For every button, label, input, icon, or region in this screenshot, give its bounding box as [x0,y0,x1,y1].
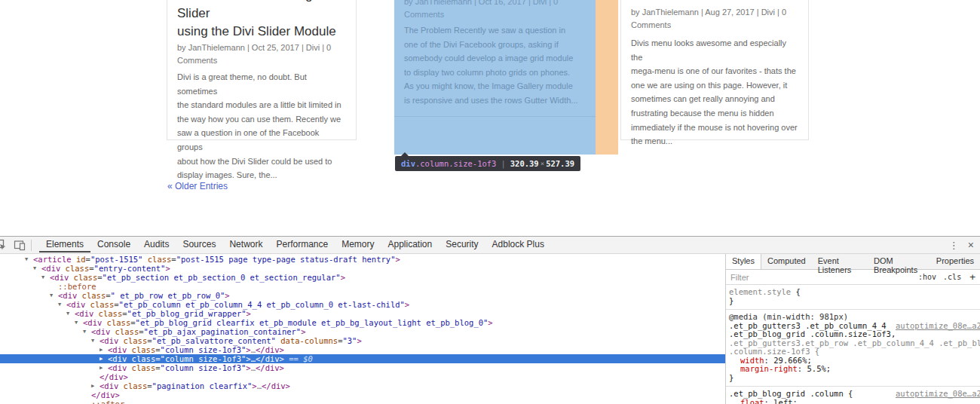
dom-token-tag: > [165,264,170,273]
style-rule-section: element.style {} [726,285,980,310]
dom-token-attr: class [69,273,97,282]
post-title[interactable]: Create a Fullwidth Image Slider using th… [177,0,346,41]
expand-arrow-icon[interactable]: ▼ [91,336,100,345]
devtools-tab-application[interactable]: Application [381,237,439,252]
new-style-rule-button[interactable]: + [969,271,975,283]
css-selector-line[interactable]: } [729,374,980,383]
inspect-element-icon[interactable] [0,239,7,251]
styles-sidebar-tab-event-listeners[interactable]: Event Listeners [812,254,868,269]
css-property-line[interactable]: margin-right: 5.5%; [729,365,980,374]
devtools-tab-security[interactable]: Security [439,237,485,252]
expand-arrow-icon[interactable]: ▼ [66,309,75,318]
dom-tree-node[interactable]: ▼<div class=" et_pb_row et_pb_row_0"> [0,291,725,300]
dom-token-attr: class [93,309,122,318]
dom-tree-node[interactable]: ▼<div class="entry-content"> [0,264,725,273]
stylesheet-source-link[interactable]: autoptimize_08e…a26cbf0.css:2 [896,322,980,331]
css-token-pval: 5.5%; [807,364,831,373]
devtools-tab-performance[interactable]: Performance [269,237,335,252]
dom-tree-node[interactable]: </div> [0,372,725,381]
elements-dom-tree: ▼<article id="post-1515" class="post-151… [0,254,725,404]
dom-token-attr: class [142,255,171,264]
devtools-tab-audits[interactable]: Audits [137,237,176,252]
devtools-close-icon[interactable]: × [965,239,977,251]
devtools-tab-console[interactable]: Console [90,237,137,252]
dom-token-val: "post-1515 page type-page status-draft h… [176,255,396,264]
dom-tree-node[interactable]: </div> [0,390,725,399]
expand-arrow-icon[interactable]: ▶ [100,345,108,354]
css-token-elsty: element.style [729,287,791,296]
css-property-line[interactable]: float: left; [729,399,980,404]
dom-token-tag: <div [100,381,118,390]
post-meta: by JanThielemann | Oct 25, 2017 | Divi |… [177,41,346,66]
dom-tree-node[interactable]: ▼<div class="et_pb_section et_pb_section… [0,273,725,282]
dom-token-attr: class [85,300,114,309]
dom-token-tag: </div> [100,372,128,381]
expand-arrow-icon[interactable]: ▶ [100,354,108,363]
devtools-tab-sources[interactable]: Sources [176,237,222,252]
devtools-tab-adblock-plus[interactable]: Adblock Plus [485,237,551,252]
styles-sidebar-tab-styles[interactable]: Styles [725,254,761,269]
styles-sidebar-tab-properties[interactable]: Properties [930,254,980,269]
devtools-tab-elements[interactable]: Elements [39,237,90,252]
toolbar-divider [31,240,32,251]
styles-filter-input[interactable]: Filter [726,273,749,282]
dom-token-tag: <div [75,309,93,318]
dom-tree-node[interactable]: ▶<div class="column size-1of3">…</div> [0,345,725,354]
dom-token-val: "post-1515" [90,255,143,264]
expand-arrow-icon[interactable]: ▼ [50,291,58,300]
dom-token-pseudo: ::before [58,282,96,291]
dom-token-val: "pagination clearfix" [152,381,253,390]
devtools-tab-memory[interactable]: Memory [335,237,381,252]
devtools-menu-icon[interactable]: ⋮ [943,240,965,251]
css-token-selgray: .et_pb_gutters3.et_pb_row .et_pb_column_… [729,338,980,347]
styles-sidebar-tab-computed[interactable]: Computed [761,254,812,269]
dom-token-val: "entry-content" [94,264,166,273]
expand-arrow-icon[interactable]: ▼ [41,273,50,282]
devtools-toolbar-right: ⋮ × [943,239,980,251]
dom-tree-node[interactable]: ▶<div class="column size-1of3">…</div> [0,363,725,372]
dom-tree-node[interactable]: ▶<div class="pagination clearfix">…</div… [0,381,725,390]
dom-token-val: "et_pb_blog_grid_wrapper" [127,309,247,318]
css-token-plain: } [729,296,733,305]
css-token-media: @media (min-width: 981px) [729,312,848,321]
dom-tree-node[interactable]: ▼<article id="post-1515" class="post-151… [0,255,725,264]
expand-arrow-icon[interactable]: ▼ [58,300,66,309]
dom-token-val: " et_pb_row et_pb_row_0" [111,291,225,300]
dom-token-tag: </div> [256,363,284,372]
stylesheet-source-link[interactable]: autoptimize_08e…a26cbf0.css:2 [896,390,980,399]
dom-token-val: "et_pb_column et_pb_column_4_4 et_pb_col… [119,300,405,309]
blog-card: Create a Fullwidth Image Slider using th… [167,0,357,140]
dom-tree-node[interactable]: ▼<div class="et_pb_salvattore_content" d… [0,336,725,345]
dom-token-tag: > [225,291,229,300]
css-selector-line[interactable]: element.style { [729,288,980,297]
dom-token-attr: data-columns [276,336,338,345]
expand-arrow-icon[interactable]: ▼ [75,318,83,327]
css-selector-line[interactable]: } [729,297,980,306]
inspect-highlight-content [394,0,596,155]
dom-token-tag: <div [66,300,85,309]
dom-token-tag: <div [100,336,118,345]
toggle-classes-button[interactable]: .cls [943,273,961,281]
css-token-sel: .et_pb_blog_grid .column { [729,389,853,398]
tooltip-times-icon: × [541,160,544,167]
dom-token-tag: > [405,300,409,309]
dom-tree-node[interactable]: ▼<div class="et_pb_blog_grid_wrapper"> [0,309,725,318]
dom-tree-node-selected[interactable]: ▶<div class="column size-1of3">…</div> =… [0,354,725,363]
styles-sidebar: StylesComputedEvent ListenersDOM Breakpo… [725,254,980,404]
styles-sidebar-tab-dom-breakpoints[interactable]: DOM Breakpoints [868,254,930,269]
device-toolbar-icon[interactable] [14,239,26,251]
expand-arrow-icon[interactable]: ▼ [83,327,91,336]
expand-arrow-icon[interactable]: ▼ [33,264,41,273]
styles-filter-bar: Filter :hov .cls + [726,270,980,285]
expand-arrow-icon[interactable]: ▶ [91,381,100,390]
expand-arrow-icon[interactable]: ▼ [25,255,33,264]
dom-tree-node[interactable]: ::after [0,399,725,404]
toggle-hover-state-button[interactable]: :hov [918,273,936,281]
dom-tree-node[interactable]: ▼<div class="et_pb_blog_grid clearfix et… [0,318,725,327]
older-entries-link[interactable]: « Older Entries [167,181,228,191]
devtools-tab-network[interactable]: Network [222,237,269,252]
dom-tree-node[interactable]: ::before [0,282,725,291]
dom-tree-node[interactable]: ▼<div class="et_pb_ajax_pagination_conta… [0,327,725,336]
dom-tree-node[interactable]: ▼<div class="et_pb_column et_pb_column_4… [0,300,725,309]
expand-arrow-icon[interactable]: ▶ [100,363,108,372]
